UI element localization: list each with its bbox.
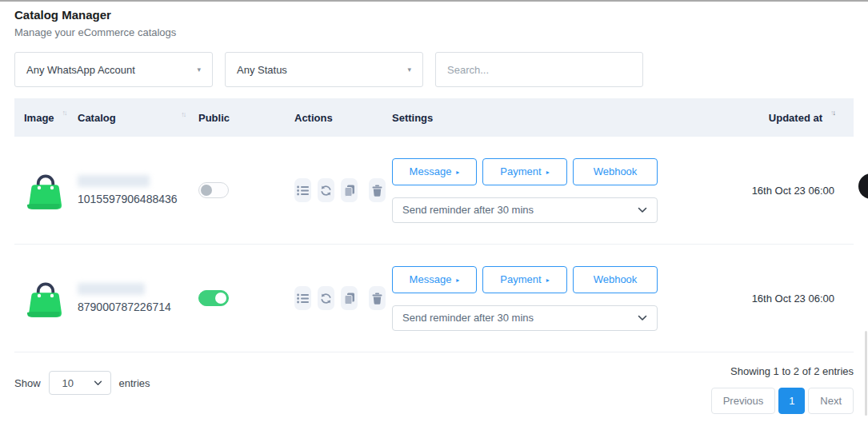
message-settings-button[interactable]: Message ▸ — [392, 266, 477, 293]
caret-right-icon: ▸ — [546, 169, 550, 176]
catalog-table: Image ↑↓ Catalog ↑↓ Public Actions Setti… — [14, 98, 854, 352]
public-toggle[interactable] — [198, 182, 229, 198]
whatsapp-account-filter-value: Any WhatsApp Account — [26, 64, 135, 76]
column-header-image[interactable]: Image ↑↓ — [14, 112, 78, 124]
chevron-down-icon — [638, 315, 647, 321]
caret-right-icon: ▸ — [456, 277, 459, 284]
toggle-knob — [201, 185, 212, 196]
sync-button[interactable] — [318, 286, 334, 310]
status-filter[interactable]: Any Status ▾ — [225, 52, 423, 87]
trash-icon — [372, 185, 382, 197]
table-header: Image ↑↓ Catalog ↑↓ Public Actions Setti… — [14, 98, 854, 137]
updated-at: 16th Oct 23 06:00 — [702, 293, 854, 305]
copy-icon — [344, 185, 355, 197]
copy-button[interactable] — [341, 178, 358, 202]
filter-bar: Any WhatsApp Account ▾ Any Status ▾ — [14, 52, 854, 87]
view-products-button[interactable] — [294, 286, 311, 310]
pagination: Previous 1 Next — [711, 388, 854, 414]
previous-page-button[interactable]: Previous — [711, 388, 776, 414]
search-input[interactable] — [435, 52, 643, 87]
entries-label: entries — [119, 377, 150, 389]
payment-settings-button[interactable]: Payment ▸ — [482, 266, 567, 293]
table-footer: Show 10 entries Showing 1 to 2 of 2 entr… — [14, 363, 854, 414]
copy-icon — [344, 293, 355, 305]
copy-button[interactable] — [341, 286, 358, 310]
catalog-id: 879000787226714 — [78, 301, 198, 313]
show-label: Show — [14, 377, 41, 389]
public-toggle[interactable] — [198, 290, 229, 306]
updated-at: 16th Oct 23 06:00 — [702, 185, 854, 197]
delete-button[interactable] — [369, 178, 386, 202]
table-row: 1015597906488436 — [14, 137, 854, 245]
column-header-public: Public — [198, 112, 294, 124]
caret-right-icon: ▸ — [456, 169, 459, 176]
sort-icon[interactable]: ↑↓ — [830, 109, 834, 117]
list-icon — [297, 293, 309, 304]
sort-icon[interactable]: ↑↓ — [181, 110, 185, 118]
catalog-image-shopping-bag-icon — [24, 275, 67, 321]
refresh-icon — [320, 185, 332, 197]
column-header-actions: Actions — [294, 112, 392, 124]
scrollbar-thumb[interactable] — [865, 331, 867, 416]
refresh-icon — [320, 293, 332, 305]
list-icon — [297, 185, 309, 196]
catalog-id: 1015597906488436 — [78, 193, 198, 205]
showing-entries-text: Showing 1 to 2 of 2 entries — [730, 365, 854, 377]
message-settings-button[interactable]: Message ▸ — [392, 158, 477, 185]
page-size-select[interactable]: 10 — [49, 371, 111, 395]
trash-icon — [372, 293, 382, 305]
chevron-down-icon: ▾ — [197, 66, 201, 74]
reminder-select-value: Send reminder after 30 mins — [402, 312, 534, 324]
reminder-select-value: Send reminder after 30 mins — [402, 204, 534, 216]
chevron-down-icon — [638, 207, 647, 213]
column-header-catalog[interactable]: Catalog ↑↓ — [78, 112, 198, 124]
page-title: Catalog Manager — [14, 8, 854, 22]
toggle-knob — [215, 293, 226, 304]
status-filter-value: Any Status — [237, 64, 287, 76]
webhook-settings-button[interactable]: Webhook — [573, 266, 658, 293]
whatsapp-account-filter[interactable]: Any WhatsApp Account ▾ — [14, 52, 213, 87]
view-products-button[interactable] — [294, 178, 311, 202]
reminder-select[interactable]: Send reminder after 30 mins — [392, 305, 658, 331]
column-header-settings: Settings — [392, 112, 702, 124]
chevron-down-icon: ▾ — [407, 66, 411, 74]
sort-icon[interactable]: ↑↓ — [62, 109, 66, 117]
delete-button[interactable] — [369, 286, 386, 310]
page-1-button[interactable]: 1 — [778, 388, 805, 414]
table-row: 879000787226714 — [14, 245, 854, 352]
next-page-button[interactable]: Next — [808, 388, 854, 414]
catalog-name-redacted — [78, 283, 145, 295]
catalog-name-redacted — [78, 175, 150, 187]
reminder-select[interactable]: Send reminder after 30 mins — [392, 197, 658, 223]
page-size-value: 10 — [62, 377, 74, 389]
column-header-updated-at[interactable]: Updated at ↑↓ — [702, 112, 854, 124]
chevron-down-icon — [94, 380, 102, 386]
page-subtitle: Manage your eCommerce catalogs — [14, 26, 854, 38]
catalog-image-shopping-bag-icon — [24, 167, 67, 213]
caret-right-icon: ▸ — [546, 277, 550, 284]
payment-settings-button[interactable]: Payment ▸ — [482, 158, 567, 185]
sync-button[interactable] — [318, 178, 334, 202]
webhook-settings-button[interactable]: Webhook — [573, 158, 658, 185]
